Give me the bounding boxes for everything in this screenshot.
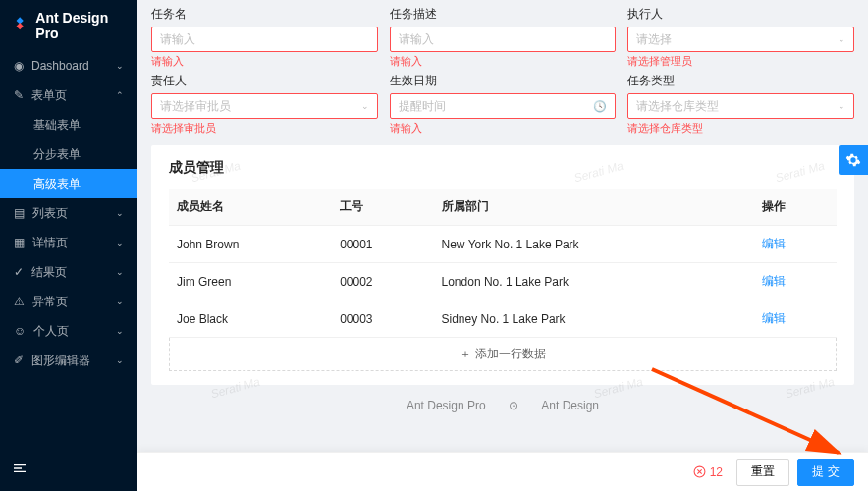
chevron-down-icon: ⌄ — [116, 326, 124, 336]
text-input[interactable]: 请输入 — [151, 27, 378, 52]
date-input[interactable]: 提醒时间🕓 — [390, 93, 617, 119]
chevron-down-icon: ⌄ — [838, 34, 845, 44]
logo: Ant Design Pro — [0, 0, 137, 51]
text-input[interactable]: 请输入 — [390, 27, 617, 52]
field-label: 任务描述 — [390, 6, 617, 23]
svg-rect-1 — [17, 23, 24, 29]
reset-button[interactable]: 重置 — [736, 459, 789, 486]
select-input[interactable]: 请选择审批员⌄ — [151, 93, 378, 119]
collapse-icon[interactable] — [12, 461, 27, 476]
error-text: 请输入 — [151, 54, 378, 69]
sidebar-item-list[interactable]: ▤列表页⌄ — [0, 198, 137, 228]
highlight-icon: ✐ — [14, 354, 24, 367]
settings-button[interactable] — [839, 145, 868, 175]
table-header: 所属部门 — [434, 189, 755, 226]
sidebar-item-exception[interactable]: ⚠异常页⌄ — [0, 287, 137, 316]
field-label: 任务名 — [151, 6, 378, 23]
dashboard-icon: ◉ — [14, 59, 24, 73]
bottom-bar: 12 重置 提交 — [137, 452, 868, 491]
sidebar-sub-basic[interactable]: 基础表单 — [0, 110, 137, 139]
github-icon[interactable]: ⊙ — [509, 399, 518, 412]
table-header: 成员姓名 — [169, 189, 332, 226]
footer-links: Ant Design Pro ⊙ Ant Design — [151, 385, 854, 426]
select-input[interactable]: 请选择仓库类型⌄ — [627, 93, 854, 119]
chevron-down-icon: ⌄ — [361, 101, 369, 111]
edit-link[interactable]: 编辑 — [762, 274, 786, 288]
table-row: Jim Green00002London No. 1 Lake Park编辑 — [169, 263, 837, 300]
edit-link[interactable]: 编辑 — [762, 311, 786, 325]
field-label: 责任人 — [151, 73, 378, 89]
table-header: 操作 — [754, 189, 837, 226]
sidebar-item-editor[interactable]: ✐图形编辑器⌄ — [0, 346, 137, 375]
edit-link[interactable]: 编辑 — [762, 237, 786, 250]
error-text: 请输入 — [390, 121, 617, 136]
table-header: 工号 — [332, 189, 433, 226]
chevron-down-icon: ⌄ — [116, 267, 124, 277]
logo-icon — [12, 17, 27, 34]
error-text: 请选择仓库类型 — [627, 121, 854, 136]
sidebar-item-account[interactable]: ☺个人页⌄ — [0, 316, 137, 346]
select-input[interactable]: 请选择⌄ — [627, 27, 854, 52]
warning-icon: ⚠ — [14, 295, 25, 308]
form-icon: ✎ — [14, 88, 24, 102]
clock-icon: 🕓 — [593, 100, 607, 113]
field-label: 任务类型 — [627, 73, 854, 89]
chevron-down-icon: ⌄ — [116, 355, 124, 365]
table-row: John Brown00001New York No. 1 Lake Park编… — [169, 226, 837, 263]
sidebar-sub-advanced[interactable]: 高级表单 — [0, 169, 137, 198]
table-row: Joe Black00003Sidney No. 1 Lake Park编辑 — [169, 300, 837, 338]
sidebar-item-form[interactable]: ✎表单页⌃ — [0, 81, 137, 110]
field-label: 执行人 — [627, 6, 854, 23]
brand-text: Ant Design Pro — [35, 10, 126, 41]
sidebar-footer — [0, 449, 137, 491]
chevron-up-icon: ⌃ — [116, 90, 124, 100]
sidebar-item-profile[interactable]: ▦详情页⌄ — [0, 228, 137, 257]
submit-button[interactable]: 提交 — [797, 459, 854, 486]
sidebar-sub-step[interactable]: 分步表单 — [0, 139, 137, 169]
footer-link-antd[interactable]: Ant Design — [541, 399, 599, 412]
user-icon: ☺ — [14, 324, 26, 338]
members-panel: 成员管理 成员姓名工号所属部门操作 John Brown00001New Yor… — [151, 145, 854, 385]
error-text: 请输入 — [390, 54, 617, 69]
gear-icon — [845, 152, 861, 168]
table-icon: ▤ — [14, 206, 25, 220]
profile-icon: ▦ — [14, 236, 25, 249]
panel-title: 成员管理 — [169, 159, 837, 177]
error-text: 请选择审批员 — [151, 121, 378, 136]
chevron-down-icon: ⌄ — [116, 238, 124, 247]
chevron-down-icon: ⌄ — [116, 208, 124, 218]
close-circle-icon — [693, 465, 706, 478]
chevron-down-icon: ⌄ — [116, 297, 124, 306]
error-text: 请选择管理员 — [627, 54, 854, 69]
add-row-button[interactable]: ＋ 添加一行数据 — [169, 338, 837, 371]
chevron-down-icon: ⌄ — [116, 61, 124, 71]
field-label: 生效日期 — [390, 73, 617, 89]
chevron-down-icon: ⌄ — [838, 101, 845, 111]
menu: ◉Dashboard⌄ ✎表单页⌃ 基础表单 分步表单 高级表单 ▤列表页⌄ ▦… — [0, 51, 137, 449]
error-count[interactable]: 12 — [693, 465, 723, 479]
members-table: 成员姓名工号所属部门操作 John Brown00001New York No.… — [169, 189, 837, 338]
footer-link-pro[interactable]: Ant Design Pro — [407, 399, 486, 412]
sidebar-item-dashboard[interactable]: ◉Dashboard⌄ — [0, 51, 137, 81]
sidebar: Ant Design Pro ◉Dashboard⌄ ✎表单页⌃ 基础表单 分步… — [0, 0, 137, 491]
sidebar-item-result[interactable]: ✓结果页⌄ — [0, 257, 137, 287]
main-content: 任务名请输入请输入任务描述请输入请输入执行人请选择⌄请选择管理员 责任人请选择审… — [137, 0, 868, 491]
check-circle-icon: ✓ — [14, 265, 24, 279]
